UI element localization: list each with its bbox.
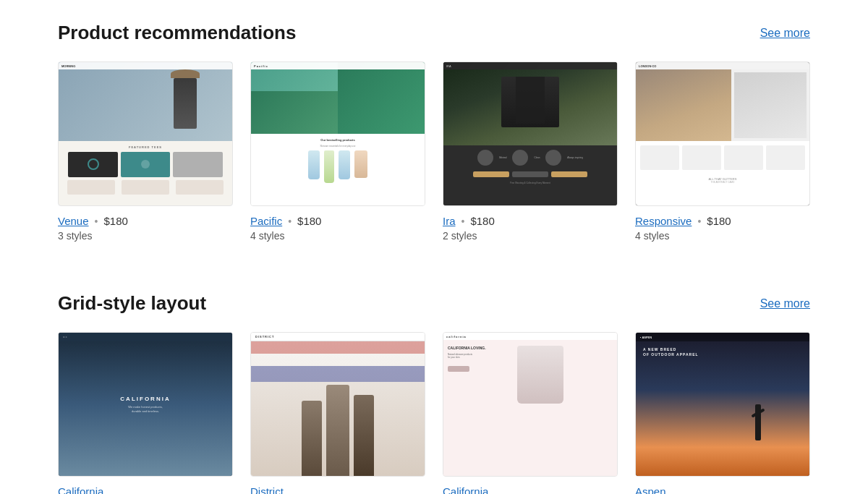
theme-thumbnail-california2: california CALIFORNIA LOVING. Natural sk… (443, 332, 618, 477)
theme-styles-venue: 3 styles (58, 230, 233, 242)
theme-styles-pacific: 4 styles (250, 230, 425, 242)
theme-info-aspen: Aspen (635, 485, 810, 494)
section-title-grid: Grid-style layout (58, 292, 206, 315)
theme-info-district: District (250, 485, 425, 494)
theme-name-line-venue: Venue • $180 (58, 215, 233, 227)
theme-styles-ira: 2 styles (443, 230, 618, 242)
product-recommendations-section: Product recommendations See more FEATURE… (0, 0, 868, 271)
theme-thumbnail-responsive: LONDON·CO (635, 61, 810, 206)
theme-name-line-ira: Ira • $180 (443, 215, 618, 227)
theme-name-link-district[interactable]: District (250, 485, 284, 494)
grid-layout-themes: ⊙ ≡ CALIFORNIA We make honest products,d… (58, 332, 810, 494)
section-header-grid: Grid-style layout See more (58, 292, 810, 315)
theme-info-ira: Ira • $180 2 styles (443, 215, 618, 242)
theme-info-pacific: Pacific • $180 4 styles (250, 215, 425, 242)
theme-styles-responsive: 4 styles (635, 230, 810, 242)
theme-card-venue[interactable]: FEATURED TEES (58, 61, 233, 242)
theme-card-aspen[interactable]: ▪ ASPEN A NEW BREED OF OUTDOOR APPAREL A… (635, 332, 810, 494)
theme-card-california[interactable]: ⊙ ≡ CALIFORNIA We make honest products,d… (58, 332, 233, 494)
see-more-recommendations-button[interactable]: See more (760, 27, 810, 40)
theme-name-link-california2[interactable]: California (443, 485, 488, 494)
theme-thumbnail-california: ⊙ ≡ CALIFORNIA We make honest products,d… (58, 332, 233, 477)
theme-name-link-aspen[interactable]: Aspen (635, 485, 666, 494)
theme-name-line-california: California (58, 485, 233, 494)
theme-price-venue: $180 (103, 215, 127, 227)
theme-price-responsive: $180 (707, 215, 731, 227)
section-title-recommendations: Product recommendations (58, 22, 296, 44)
theme-card-responsive[interactable]: LONDON·CO (635, 61, 810, 242)
theme-name-line-pacific: Pacific • $180 (250, 215, 425, 227)
theme-name-link-venue[interactable]: Venue (58, 215, 89, 227)
theme-card-ira[interactable]: IRA Minimal (443, 61, 618, 242)
theme-name-line-aspen: Aspen (635, 485, 810, 494)
theme-thumbnail-pacific: Pacific Our bestselling products Skincar… (250, 61, 425, 206)
see-more-grid-button[interactable]: See more (760, 297, 810, 310)
theme-name-line-california2: California (443, 485, 618, 494)
theme-price-pacific: $180 (297, 215, 321, 227)
theme-info-responsive: Responsive • $180 4 styles (635, 215, 810, 242)
theme-price-ira: $180 (470, 215, 494, 227)
theme-name-link-pacific[interactable]: Pacific (250, 215, 282, 227)
recommendations-grid: FEATURED TEES (58, 61, 810, 242)
theme-card-california2[interactable]: california CALIFORNIA LOVING. Natural sk… (443, 332, 618, 494)
theme-card-pacific[interactable]: Pacific Our bestselling products Skincar… (250, 61, 425, 242)
theme-info-venue: Venue • $180 3 styles (58, 215, 233, 242)
theme-card-district[interactable]: DISTRICT Distri (250, 332, 425, 494)
section-header-recommendations: Product recommendations See more (58, 22, 810, 44)
theme-info-california2: California (443, 485, 618, 494)
theme-name-line-district: District (250, 485, 425, 494)
theme-thumbnail-ira: IRA Minimal (443, 61, 618, 206)
theme-name-line-responsive: Responsive • $180 (635, 215, 810, 227)
grid-style-layout-section: Grid-style layout See more ⊙ ≡ CALIFORNI… (0, 271, 868, 494)
theme-info-california: California (58, 485, 233, 494)
theme-thumbnail-venue: FEATURED TEES (58, 61, 233, 206)
theme-thumbnail-aspen: ▪ ASPEN A NEW BREED OF OUTDOOR APPAREL (635, 332, 810, 477)
theme-name-link-ira[interactable]: Ira (443, 215, 456, 227)
theme-thumbnail-district: DISTRICT (250, 332, 425, 477)
theme-name-link-california[interactable]: California (58, 485, 103, 494)
theme-name-link-responsive[interactable]: Responsive (635, 215, 692, 227)
